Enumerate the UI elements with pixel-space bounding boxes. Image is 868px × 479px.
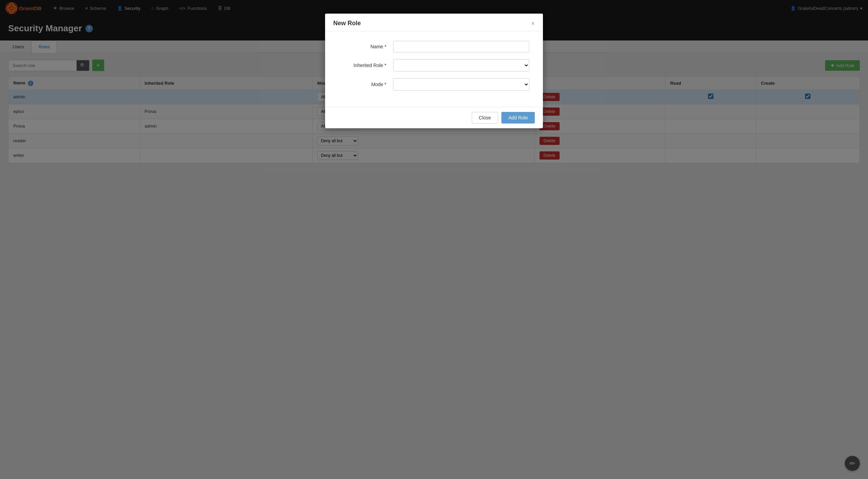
modal-close-button[interactable]: × — [531, 20, 535, 27]
new-role-modal: New Role × Name * Inherited Role * admin… — [325, 14, 543, 128]
mode-select[interactable]: Allow all but Deny all but — [393, 78, 529, 90]
modal-close-btn[interactable]: Close — [472, 112, 498, 123]
name-label: Name * — [339, 44, 393, 49]
name-form-row: Name * — [339, 41, 529, 52]
modal-footer: Close Add Role — [325, 107, 543, 128]
modal-body: Name * Inherited Role * admin reader wri… — [325, 31, 543, 107]
inherited-role-label: Inherited Role * — [339, 63, 393, 68]
name-input[interactable] — [393, 41, 529, 52]
modal-add-role-btn[interactable]: Add Role — [501, 112, 535, 123]
modal-overlay[interactable]: New Role × Name * Inherited Role * admin… — [0, 0, 868, 479]
inherited-role-form-row: Inherited Role * admin reader writer — [339, 59, 529, 71]
inherited-role-select[interactable]: admin reader writer — [393, 59, 529, 71]
modal-title: New Role — [333, 20, 361, 27]
mode-label: Mode * — [339, 82, 393, 87]
mode-form-row: Mode * Allow all but Deny all but — [339, 78, 529, 90]
modal-header: New Role × — [325, 14, 543, 31]
